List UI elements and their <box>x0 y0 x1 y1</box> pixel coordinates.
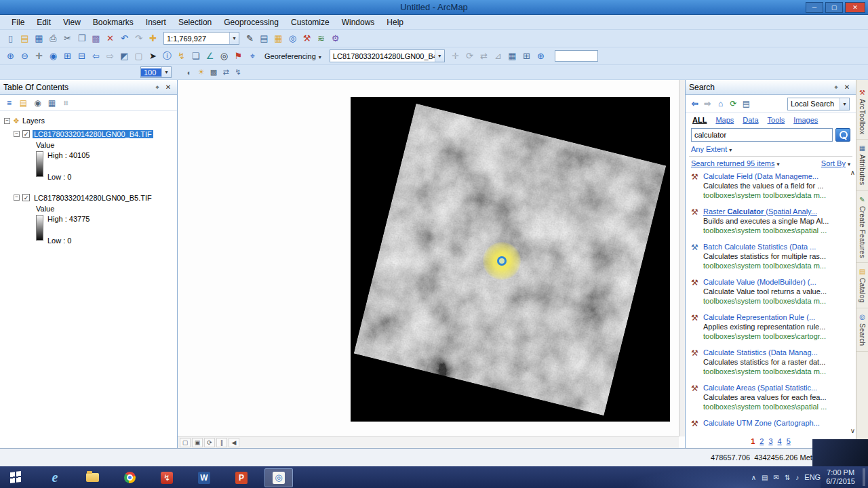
add-data-icon[interactable]: ✚ <box>146 31 160 45</box>
close-icon[interactable]: ✕ <box>842 82 852 93</box>
find-icon[interactable]: ◎ <box>217 49 231 63</box>
taskbar-powerpoint[interactable]: P <box>227 468 256 487</box>
tray-message-icon[interactable]: ✉ <box>774 474 779 481</box>
swipe-layer-icon[interactable]: ⇄ <box>220 66 232 79</box>
result-title[interactable]: Calculate Value (ModelBuilder) (... <box>703 277 845 287</box>
taskbar-word[interactable]: W <box>190 468 218 487</box>
result-title[interactable]: Calculate Statistics (Data Manag... <box>703 348 845 357</box>
any-extent-link[interactable]: Any Extent <box>691 145 727 153</box>
scroll-left-button[interactable]: ◀ <box>229 438 239 447</box>
tray-computer-icon[interactable]: ▤ <box>762 474 768 481</box>
close-icon[interactable]: ✕ <box>163 82 174 93</box>
taskbar-explorer[interactable] <box>78 468 106 487</box>
combo-dropdown-icon[interactable] <box>229 33 239 44</box>
layer-name[interactable]: LC81780332014280LGN00_B4.TIF <box>33 130 153 138</box>
menu-view[interactable]: View <box>57 16 87 29</box>
combo-dropdown-icon[interactable] <box>840 98 849 110</box>
full-extent-icon[interactable]: ◉ <box>46 49 60 63</box>
page-3[interactable]: 3 <box>768 437 772 445</box>
delete-icon[interactable]: ✕ <box>103 31 117 45</box>
language-indicator[interactable]: ENG <box>804 473 821 481</box>
result-title[interactable]: Batch Calculate Statistics (Data ... <box>703 242 845 251</box>
page-2[interactable]: 2 <box>760 437 764 445</box>
result-title[interactable]: Calculate Field (Data Manageme... <box>703 171 845 181</box>
taskbar-chrome[interactable] <box>115 468 144 487</box>
taskbar-arcmap[interactable]: ◎ <box>264 468 293 487</box>
maximize-button[interactable]: ▢ <box>825 2 843 13</box>
tab-images[interactable]: Images <box>793 116 818 124</box>
page-1[interactable]: 1 <box>751 437 755 445</box>
map-vertical-scrollbar[interactable] <box>679 80 685 436</box>
paste-icon[interactable]: ▩ <box>89 31 103 45</box>
search-result[interactable]: ⚒ Raster Calculator (Spatial Analy... Bu… <box>691 207 845 235</box>
save-icon[interactable]: ▦ <box>32 31 46 45</box>
scroll-up-icon[interactable]: ∧ <box>850 169 855 176</box>
modelbuilder-icon[interactable]: ⚙ <box>328 31 342 45</box>
hyperlink-icon[interactable]: ↯ <box>174 49 189 63</box>
shift-raster-icon[interactable]: ⇄ <box>477 49 491 63</box>
zoom-control-icon[interactable]: ⊕ <box>534 49 548 63</box>
tab-create-features[interactable]: ✎ Create Features <box>856 191 868 264</box>
toc-options-icon[interactable]: ⌗ <box>60 96 73 109</box>
new-document-icon[interactable]: ▯ <box>3 31 18 45</box>
pin-icon[interactable]: ⌖ <box>152 82 163 93</box>
copy-icon[interactable]: ❐ <box>75 31 89 45</box>
tab-maps[interactable]: Maps <box>715 116 734 124</box>
tray-show-hidden-icon[interactable]: ∧ <box>751 474 756 481</box>
layout-view-button[interactable]: ▣ <box>192 438 203 447</box>
search-input[interactable] <box>691 128 833 142</box>
combo-dropdown-icon[interactable] <box>435 50 444 62</box>
menu-edit[interactable]: Edit <box>31 16 57 29</box>
tab-all[interactable]: ALL <box>692 116 707 124</box>
list-by-source-icon[interactable]: ▤ <box>17 96 30 109</box>
scroll-down-icon[interactable]: ∨ <box>850 427 855 434</box>
page-5[interactable]: 5 <box>787 437 791 445</box>
search-forward-icon[interactable]: ⇨ <box>701 98 714 110</box>
measure-icon[interactable]: ∠ <box>203 49 217 63</box>
find-route-icon[interactable]: ⚑ <box>231 49 245 63</box>
tab-arctoolbox[interactable]: ⚒ ArcToolbox <box>856 84 868 140</box>
minimize-button[interactable]: ─ <box>806 2 823 13</box>
layer-visibility-checkbox[interactable] <box>22 194 30 201</box>
zoom-out-icon[interactable]: ⊖ <box>18 49 32 63</box>
open-raster-grid-icon[interactable]: ⊞ <box>519 49 534 63</box>
editor-toolbar-icon[interactable]: ✎ <box>243 31 257 45</box>
fixed-zoom-in-icon[interactable]: ⊞ <box>60 49 75 63</box>
layer-name[interactable]: LC81780332014280LGN00_B5.TIF <box>33 194 153 202</box>
search-back-icon[interactable]: ⇦ <box>688 98 701 110</box>
map-scale-combo[interactable]: 1:1,769,927 <box>163 32 239 45</box>
clear-selection-icon[interactable]: ▢ <box>132 49 146 63</box>
go-back-extent-icon[interactable]: ⇦ <box>89 49 103 63</box>
open-folder-icon[interactable]: ▤ <box>18 31 32 45</box>
fixed-zoom-out-icon[interactable]: ⊟ <box>75 49 89 63</box>
layers-root-label[interactable]: Layers <box>22 117 45 125</box>
map-canvas[interactable]: ▢▣⟳∥◀ <box>178 80 685 448</box>
taskbar-ie[interactable]: e <box>41 468 69 487</box>
tray-network-icon[interactable]: ⇅ <box>785 474 790 481</box>
search-scope-combo[interactable]: Local Search <box>787 98 850 110</box>
search-button[interactable] <box>835 128 850 142</box>
view-link-table-icon[interactable]: ▦ <box>505 49 519 63</box>
search-window-icon[interactable]: ◎ <box>285 31 300 45</box>
search-returned-link[interactable]: Search returned 95 items <box>691 159 775 167</box>
menu-bookmarks[interactable]: Bookmarks <box>87 16 140 29</box>
print-icon[interactable]: ⎙ <box>46 31 60 45</box>
expand-collapse-icon[interactable] <box>14 131 20 137</box>
flicker-layer-icon[interactable]: ↯ <box>232 66 244 79</box>
search-refresh-icon[interactable]: ⟳ <box>727 98 740 110</box>
expand-collapse-icon[interactable] <box>4 118 10 124</box>
redo-icon[interactable]: ↷ <box>132 31 146 45</box>
tab-attributes[interactable]: ▦ Attributes <box>856 140 868 190</box>
search-result[interactable]: ⚒ Calculate Statistics (Data Manag... Ca… <box>691 348 845 376</box>
select-elements-icon[interactable]: ➤ <box>146 49 160 63</box>
list-by-drawing-order-icon[interactable]: ≡ <box>3 96 16 109</box>
expand-collapse-icon[interactable] <box>14 195 20 201</box>
python-icon[interactable]: ≋ <box>314 31 328 45</box>
search-result[interactable]: ⚒ Calculate Representation Rule (... App… <box>691 312 845 341</box>
transparency-icon[interactable]: ▩ <box>208 66 220 79</box>
tab-catalog[interactable]: ▤ Catalog <box>856 263 868 308</box>
menu-file[interactable]: File <box>5 16 31 29</box>
rotate-raster-icon[interactable]: ⟳ <box>462 49 477 63</box>
search-result[interactable]: ⚒ Batch Calculate Statistics (Data ... C… <box>691 242 845 270</box>
menu-customize[interactable]: Customize <box>285 16 336 29</box>
